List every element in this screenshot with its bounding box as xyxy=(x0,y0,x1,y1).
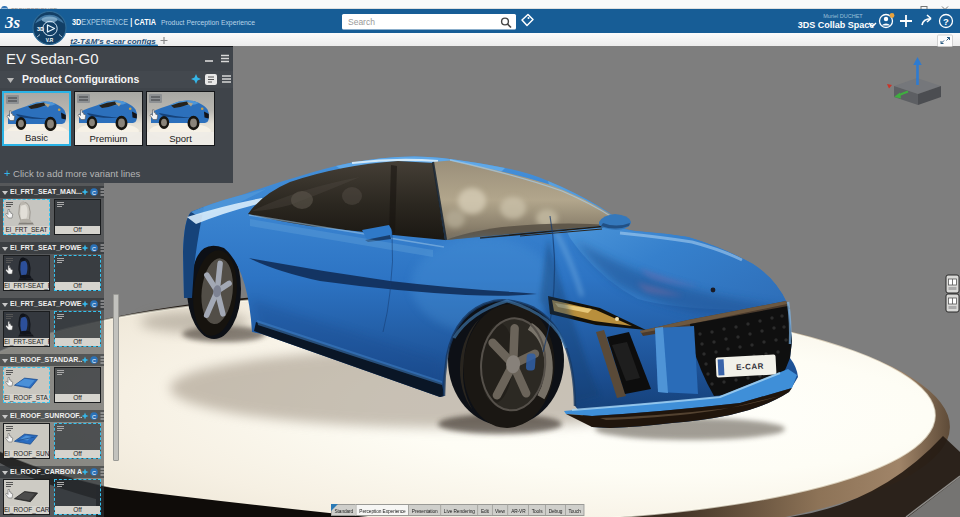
svg-text:3DS Collab Space: 3DS Collab Space xyxy=(798,20,875,30)
svg-text:C: C xyxy=(92,413,96,419)
svg-text:C: C xyxy=(92,469,96,475)
svg-text:Search: Search xyxy=(348,17,375,27)
svg-text:3s: 3s xyxy=(4,13,21,32)
svg-text:Product Perception Experience: Product Perception Experience xyxy=(161,18,255,27)
svg-text:C: C xyxy=(92,301,96,307)
svg-text:C: C xyxy=(92,189,96,195)
svg-text:C: C xyxy=(92,357,96,363)
svg-text:3DEXPERIENCE | CATIA: 3DEXPERIENCE | CATIA xyxy=(72,17,156,27)
svg-text:E-CAR: E-CAR xyxy=(736,362,764,372)
svg-text:Muriel DUCHET: Muriel DUCHET xyxy=(823,13,863,19)
svg-text:t2-T&M's e-car configs: t2-T&M's e-car configs xyxy=(70,37,156,46)
svg-text:3D: 3D xyxy=(37,26,44,32)
svg-text:V.R: V.R xyxy=(46,38,54,43)
svg-text:C: C xyxy=(92,245,96,251)
svg-text:?: ? xyxy=(943,16,949,27)
